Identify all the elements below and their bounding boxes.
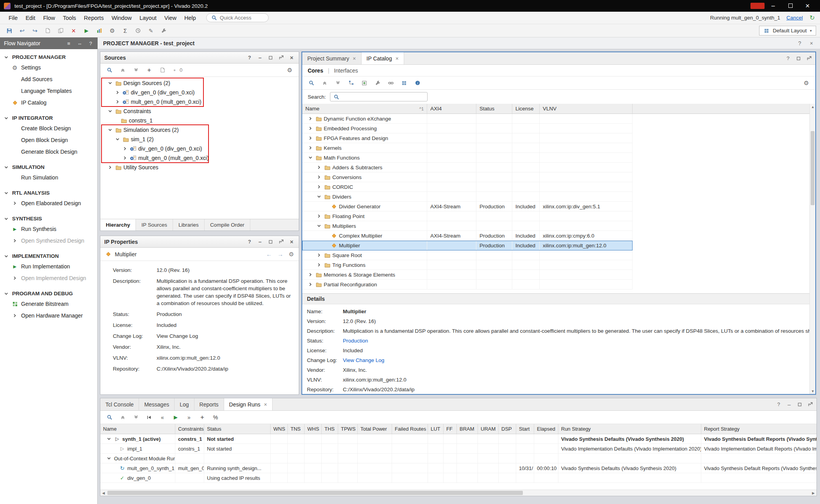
source-tree-item-sim-1[interactable]: sim_1 (2): [103, 135, 299, 144]
catalog-row-adders-subtracters[interactable]: Adders & Subtracters: [302, 163, 633, 172]
console-tab-tcl-console[interactable]: Tcl Console: [100, 398, 139, 410]
expander-icon[interactable]: [3, 55, 9, 59]
console-tab-reports[interactable]: Reports: [194, 398, 224, 410]
grid-button[interactable]: [400, 79, 408, 87]
dashboard-button[interactable]: [94, 26, 105, 36]
plus-button[interactable]: +: [145, 66, 153, 75]
column-header-bram[interactable]: BRAM: [457, 424, 478, 434]
flow-section-project-manager[interactable]: PROJECT MANAGER: [0, 52, 97, 62]
menu-reports[interactable]: Reports: [80, 13, 108, 23]
expander-icon[interactable]: [106, 456, 112, 460]
expander-icon[interactable]: [316, 175, 322, 179]
flow-item-open-hardware-manager[interactable]: Open Hardware Manager: [0, 310, 97, 321]
flow-item-open-elaborated-design[interactable]: Open Elaborated Design: [0, 197, 97, 209]
run-row-out-of-context-module-runs[interactable]: Out-of-Context Module Runs: [100, 454, 816, 463]
vertical-scrollbar[interactable]: ▲ ▼: [809, 104, 815, 394]
first-button[interactable]: [145, 413, 153, 422]
maximize-button[interactable]: [795, 55, 802, 62]
search-button[interactable]: [307, 79, 316, 87]
menu-view[interactable]: View: [160, 13, 180, 23]
expander-icon[interactable]: [107, 81, 113, 85]
flow-item-generate-bitstream[interactable]: Generate Bitstream: [0, 298, 97, 310]
catalog-row-fpga-features-and-design[interactable]: FPGA Features and Design: [302, 133, 633, 143]
catalog-row-trig-functions[interactable]: Trig Functions: [302, 260, 633, 270]
expander-icon[interactable]: [114, 91, 121, 94]
source-tree-item-div-gen-0[interactable]: div_gen_0 (div_gen_0.xci): [103, 88, 299, 97]
run-button[interactable]: ▶: [171, 413, 180, 422]
column-header-total-power[interactable]: Total Power: [358, 424, 392, 434]
expander-icon[interactable]: [316, 185, 322, 189]
flow-item-open-synthesized-design[interactable]: Open Synthesized Design: [0, 235, 97, 247]
expander-icon[interactable]: [316, 224, 322, 228]
column-header-uram[interactable]: URAM: [478, 424, 499, 434]
catalog-row-dividers[interactable]: Dividers: [302, 192, 633, 202]
flow-item-open-implemented-design[interactable]: Open Implemented Design: [0, 272, 97, 284]
gear-icon[interactable]: ⚙: [289, 251, 294, 258]
source-tree-item-design-sources[interactable]: Design Sources (2): [103, 78, 299, 88]
expand-all-button[interactable]: [132, 413, 140, 422]
minimize-button[interactable]: –: [257, 55, 263, 61]
expander-icon[interactable]: [114, 100, 121, 104]
prev-button[interactable]: «: [158, 413, 167, 422]
source-tree-item-simulation-sources[interactable]: Simulation Sources (2): [103, 125, 299, 135]
source-tree-item-mult-gen-0[interactable]: mult_gen_0 (mult_gen_0.xci): [103, 97, 299, 106]
expander-icon[interactable]: [122, 156, 128, 160]
expander-icon[interactable]: [3, 217, 9, 221]
source-tree-item-mult-gen-0[interactable]: mult_gen_0 (mult_gen_0.xci): [103, 153, 299, 163]
flow-section-implementation[interactable]: IMPLEMENTATION: [0, 251, 97, 261]
field-value[interactable]: Production: [157, 311, 182, 318]
flow-item-language-templates[interactable]: Language Templates: [0, 85, 97, 97]
run-button[interactable]: ▶: [81, 26, 92, 36]
catalog-row-math-functions[interactable]: Math Functions: [302, 153, 633, 163]
scrollbar-thumb[interactable]: [811, 131, 815, 205]
sources-tab-hierarchy[interactable]: Hierarchy: [100, 219, 136, 231]
dock-icon[interactable]: ⇔: [77, 40, 83, 46]
menu-flow[interactable]: Flow: [39, 13, 59, 23]
source-tree-item-constrs-1[interactable]: constrs_1: [103, 116, 299, 125]
sources-panel-header[interactable]: Sources ?–×: [100, 52, 299, 64]
menu-file[interactable]: File: [5, 13, 21, 23]
flow-item-ip-catalog[interactable]: IP Catalog: [0, 97, 97, 108]
sources-tab-ip-sources[interactable]: IP Sources: [136, 219, 173, 231]
menu-layout[interactable]: Layout: [135, 13, 160, 23]
column-header-start[interactable]: Start: [516, 424, 534, 434]
column-header-whs[interactable]: WHS: [305, 424, 322, 434]
expander-icon[interactable]: [3, 254, 9, 258]
next-button[interactable]: »: [185, 413, 193, 422]
minimize-button[interactable]: –: [786, 401, 792, 408]
column-header-ths[interactable]: THS: [322, 424, 338, 434]
scroll-down-icon[interactable]: ▼: [810, 388, 815, 394]
doc-button[interactable]: [43, 26, 53, 36]
flow-section-rtl-analysis[interactable]: RTL ANALYSIS: [0, 188, 97, 197]
horizontal-scrollbar[interactable]: ◀ ▶: [100, 490, 816, 496]
run-row-impl-1[interactable]: ▷impl_1constrs_1Not startedVivado Implem…: [100, 444, 816, 454]
save-button[interactable]: [4, 26, 14, 36]
help-button[interactable]: ?: [785, 55, 791, 62]
expander-icon[interactable]: [316, 214, 322, 218]
flow-item-run-implementation[interactable]: ▶Run Implementation: [0, 261, 97, 272]
float-button[interactable]: [806, 55, 812, 62]
flow-item-open-block-design[interactable]: Open Block Design: [0, 134, 97, 146]
settings-button[interactable]: ⚙: [802, 79, 811, 87]
expander-icon[interactable]: [3, 116, 9, 120]
doc-button[interactable]: [158, 66, 167, 75]
sources-tab-compile-order[interactable]: Compile Order: [205, 219, 250, 231]
expander-icon[interactable]: [316, 253, 322, 257]
close-button[interactable]: ×: [289, 239, 295, 245]
catalog-row-floating-point[interactable]: Floating Point: [302, 211, 633, 221]
expander-icon[interactable]: [316, 263, 322, 267]
expand-all-button[interactable]: [333, 79, 342, 87]
expander-icon[interactable]: [107, 109, 113, 113]
scroll-right-icon[interactable]: ▶: [810, 490, 816, 496]
maximize-button[interactable]: [267, 239, 274, 245]
flow-section-synthesis[interactable]: SYNTHESIS: [0, 214, 97, 223]
minimize-button[interactable]: –: [765, 2, 782, 9]
column-header-lut[interactable]: LUT: [428, 424, 444, 434]
console-tab-log[interactable]: Log: [175, 398, 194, 410]
catalog-row-cordic[interactable]: CORDIC: [302, 182, 633, 192]
expander-icon[interactable]: [3, 292, 9, 296]
close-button[interactable]: ×: [289, 55, 295, 61]
tab-project-summary[interactable]: Project Summary×: [302, 52, 362, 64]
column-header-failed-routes[interactable]: Failed Routes: [392, 424, 428, 434]
info-button[interactable]: i: [413, 79, 422, 87]
